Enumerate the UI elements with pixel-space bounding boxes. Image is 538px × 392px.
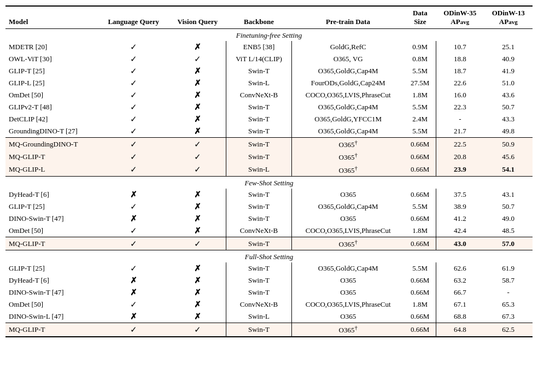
- cell-model: OmDet [50]: [5, 225, 98, 237]
- cell-model: GLIPv2-T [48]: [5, 101, 98, 113]
- cell-model: DINO-Swin-T [47]: [5, 213, 98, 225]
- cell-vq: ✗: [169, 41, 226, 53]
- cell-vq: ✗: [169, 299, 226, 311]
- cell-pretrain: GoldG,RefC: [291, 41, 404, 53]
- cell-vq: ✓: [169, 237, 226, 250]
- cell-backbone: ConvNeXt-B: [226, 299, 292, 311]
- cell-od13: 41.9: [484, 65, 533, 77]
- cell-datasize: 1.8M: [405, 89, 436, 101]
- cell-pretrain: O365†: [291, 323, 404, 337]
- cell-model: MQ-GroundingDINO-T: [5, 138, 98, 151]
- cell-od35: 67.1: [436, 299, 484, 311]
- cell-od35: 23.9: [436, 163, 484, 177]
- col-pretrain: Pre-train Data: [291, 6, 404, 29]
- cell-model: DINO-Swin-T [47]: [5, 286, 98, 299]
- cell-od13: 67.3: [484, 311, 533, 323]
- cell-model: MDETR [20]: [5, 41, 98, 53]
- cell-od13: 49.8: [484, 125, 533, 138]
- cell-vq: ✗: [169, 189, 226, 201]
- col-od13: ODinW-13APavg: [484, 6, 533, 29]
- cell-backbone: Swin-L: [226, 311, 292, 323]
- cell-lq: ✓: [98, 89, 169, 101]
- cell-pretrain: O365,GoldG,Cap4M: [291, 262, 404, 274]
- cell-lq: ✓: [98, 65, 169, 77]
- cell-backbone: ENB5 [38]: [226, 41, 292, 53]
- cell-vq: ✗: [169, 89, 226, 101]
- cell-lq: ✓: [98, 163, 169, 177]
- table-row: OWL-ViT [30]✓✓ViT L/14(CLIP)O365, VG0.8M…: [5, 53, 533, 65]
- col-od35: ODinW-35APavg: [436, 6, 484, 29]
- table-row: DINO-Swin-T [47]✗✗Swin-TO3650.66M41.249.…: [5, 213, 533, 225]
- cell-backbone: Swin-T: [226, 213, 292, 225]
- cell-od35: 21.7: [436, 125, 484, 138]
- cell-od13: 50.9: [484, 138, 533, 151]
- table-row: DINO-Swin-T [47]✗✗Swin-TO3650.66M66.7-: [5, 286, 533, 299]
- cell-od13: 25.1: [484, 41, 533, 53]
- cell-backbone: Swin-T: [226, 189, 292, 201]
- cell-model: MQ-GLIP-T: [5, 323, 98, 337]
- cell-lq: ✓: [98, 113, 169, 125]
- cell-od13: 65.3: [484, 299, 533, 311]
- cell-od13: 50.7: [484, 101, 533, 113]
- cell-pretrain: O365,GoldG,Cap4M: [291, 101, 404, 113]
- cell-od35: 22.3: [436, 101, 484, 113]
- cell-model: DyHead-T [6]: [5, 274, 98, 286]
- table-row: OmDet [50]✓✗ConvNeXt-BCOCO,O365,LVIS,Phr…: [5, 89, 533, 101]
- cell-vq: ✓: [169, 150, 226, 163]
- table-row: GLIP-L [25]✓✗Swin-LFourODs,GoldG,Cap24M2…: [5, 77, 533, 89]
- cell-od13: 50.7: [484, 201, 533, 213]
- cell-lq: ✓: [98, 53, 169, 65]
- cell-datasize: 27.5M: [405, 77, 436, 89]
- section-header: Finetuning-free Setting: [5, 29, 533, 42]
- cell-pretrain: O365: [291, 274, 404, 286]
- table-row: OmDet [50]✓✗ConvNeXt-BCOCO,O365,LVIS,Phr…: [5, 299, 533, 311]
- col-backbone: Backbone: [226, 6, 292, 29]
- cell-datasize: 0.66M: [405, 323, 436, 337]
- cell-model: OmDet [50]: [5, 89, 98, 101]
- table-row: DyHead-T [6]✗✗Swin-TO3650.66M37.543.1: [5, 189, 533, 201]
- cell-vq: ✓: [169, 163, 226, 177]
- cell-vq: ✗: [169, 201, 226, 213]
- cell-model: GLIP-T [25]: [5, 65, 98, 77]
- cell-od35: 20.8: [436, 150, 484, 163]
- cell-pretrain: O365: [291, 286, 404, 299]
- cell-model: DINO-Swin-L [47]: [5, 311, 98, 323]
- cell-pretrain: O365: [291, 311, 404, 323]
- cell-od35: 63.2: [436, 274, 484, 286]
- table-row: MQ-GroundingDINO-T✓✓Swin-TO365†0.66M22.5…: [5, 138, 533, 151]
- cell-vq: ✓: [169, 53, 226, 65]
- cell-pretrain: COCO,O365,LVIS,PhraseCut: [291, 299, 404, 311]
- cell-datasize: 0.66M: [405, 213, 436, 225]
- cell-vq: ✗: [169, 125, 226, 138]
- cell-datasize: 0.66M: [405, 150, 436, 163]
- cell-vq: ✗: [169, 274, 226, 286]
- col-language-query: Language Query: [98, 6, 169, 29]
- cell-lq: ✗: [98, 311, 169, 323]
- cell-vq: ✓: [169, 138, 226, 151]
- cell-vq: ✗: [169, 311, 226, 323]
- cell-od13: 54.1: [484, 163, 533, 177]
- table-row: MQ-GLIP-L✓✓Swin-LO365†0.66M23.954.1: [5, 163, 533, 177]
- table-row: MDETR [20]✓✗ENB5 [38]GoldG,RefC0.9M10.72…: [5, 41, 533, 53]
- cell-datasize: 5.5M: [405, 201, 436, 213]
- cell-lq: ✗: [98, 189, 169, 201]
- cell-backbone: Swin-T: [226, 274, 292, 286]
- cell-od13: -: [484, 286, 533, 299]
- cell-od35: 68.8: [436, 311, 484, 323]
- cell-model: MQ-GLIP-T: [5, 237, 98, 250]
- cell-model: OmDet [50]: [5, 299, 98, 311]
- cell-backbone: Swin-T: [226, 101, 292, 113]
- cell-pretrain: O365: [291, 189, 404, 201]
- cell-pretrain: O365†: [291, 163, 404, 177]
- cell-lq: ✗: [98, 286, 169, 299]
- cell-pretrain: O365,GoldG,Cap4M: [291, 65, 404, 77]
- table-row: MQ-GLIP-T✓✓Swin-TO365†0.66M64.862.5: [5, 323, 533, 337]
- cell-datasize: 2.4M: [405, 113, 436, 125]
- cell-lq: ✗: [98, 213, 169, 225]
- cell-lq: ✓: [98, 41, 169, 53]
- table-row: MQ-GLIP-T✓✓Swin-TO365†0.66M43.057.0: [5, 237, 533, 250]
- cell-lq: ✓: [98, 225, 169, 237]
- cell-model: GLIP-T [25]: [5, 201, 98, 213]
- cell-model: GLIP-T [25]: [5, 262, 98, 274]
- cell-od13: 58.7: [484, 274, 533, 286]
